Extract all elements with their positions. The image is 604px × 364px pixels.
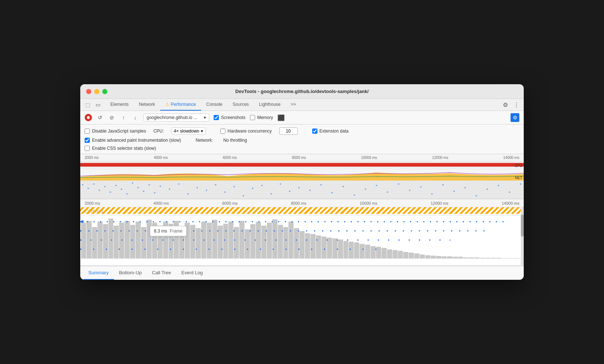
record-icon [87,116,90,119]
frame-bar [310,234,316,259]
svg-rect-47 [476,195,477,196]
cpu-usage-bar [80,163,524,167]
refresh-button[interactable]: ↺ [96,114,104,121]
bottom-tabs: Summary Bottom-Up Call Tree Event Log [80,266,524,280]
svg-rect-17 [169,189,170,190]
clear-button[interactable]: ⊘ [108,114,115,121]
device-icon[interactable]: ▭ [93,100,102,109]
svg-rect-9 [121,189,122,190]
tick-6000: 6000 ms [223,156,237,160]
net-chart [80,170,524,181]
frame-bar [463,257,468,259]
maximize-button[interactable] [102,89,107,94]
net-track: NET [80,170,524,181]
record-button[interactable] [85,114,92,121]
tab-performance[interactable]: ⚠ Performance [160,99,201,111]
main-tick-6000: 6000 ms [222,201,237,205]
enable-paint-checkbox-group[interactable]: Enable advanced paint instrumentation (s… [85,138,181,143]
download-button[interactable]: ↓ [132,114,139,121]
frame-tooltip: 8.3 ms Frame [150,226,187,236]
memory-icon[interactable]: ⬛ [277,114,285,121]
blue-dots-1 [80,221,509,222]
frame-bar [409,253,414,259]
cpu-dropdown[interactable]: 4× slowdown ▾ [171,127,206,135]
blue-settings-button[interactable]: ⚙ [511,113,519,122]
tab-network[interactable]: Network [134,99,160,111]
frame-bar [485,258,490,259]
frames-yellow-bar [80,207,524,214]
svg-rect-48 [487,189,488,190]
svg-rect-5 [99,190,100,191]
svg-rect-18 [178,183,179,185]
close-button[interactable] [86,89,91,94]
toolbar-right: ⚙ ⋮ [501,100,521,109]
frame-bar [365,245,370,259]
svg-rect-45 [453,191,454,192]
frame-bar [431,256,436,259]
blue-dots-2 [80,230,487,231]
tab-call-tree[interactable]: Call Tree [147,266,176,280]
main-tick-4000: 4000 ms [154,201,169,205]
svg-rect-2 [82,184,83,185]
url-selector[interactable]: googlechrome.github.io ... ▾ [143,114,209,122]
net-label: NET [515,176,522,180]
frame-bar [436,256,441,259]
svg-rect-7 [110,192,111,193]
overview-time-ruler: 2000 ms 4000 ms 6000 ms 8000 ms 10000 ms… [80,154,524,161]
frame-bar [507,258,512,259]
tab-console[interactable]: Console [201,99,228,111]
scrollbar-thumb[interactable] [521,215,524,237]
window-title: DevTools - googlechrome.github.io/devtoo… [235,89,369,94]
tab-elements[interactable]: Elements [105,99,134,111]
svg-rect-1 [80,181,524,199]
svg-rect-24 [233,186,235,187]
frame-bar [223,224,228,259]
frame-bar [414,253,419,259]
tab-lighthouse[interactable]: Lighthouse [254,99,286,111]
tick-8000: 8000 ms [292,156,306,160]
tick-14000: 14000 ms [503,156,519,160]
frame-bar [196,228,201,259]
hw-concurrency-checkbox-group[interactable]: Hardware concurrency [220,129,272,134]
frame-bar [393,250,398,259]
tab-more[interactable]: >> [286,99,301,111]
enable-css-checkbox[interactable] [85,146,90,151]
frame-bar [469,257,474,259]
memory-checkbox-group[interactable]: Memory [250,115,273,120]
frame-bar [294,228,299,259]
frame-bar [360,244,365,259]
hw-concurrency-checkbox[interactable] [220,129,225,134]
timeline-scrollbar[interactable] [521,207,524,265]
frame-bar [327,238,332,259]
tab-event-log[interactable]: Event Log [176,266,208,280]
enable-css-checkbox-group[interactable]: Enable CSS selector stats (slow) [85,146,156,151]
settings-icon[interactable]: ⚙ [501,100,510,109]
frame-bar [190,225,195,259]
more-icon[interactable]: ⋮ [512,100,521,109]
extension-data-checkbox[interactable] [312,129,317,134]
tab-bar: ⬚ ▭ Elements Network ⚠ Performance Conso… [80,99,524,111]
network-value: No throttling [223,138,247,143]
frame-bar [278,225,283,259]
tab-summary[interactable]: Summary [83,266,114,280]
memory-checkbox[interactable] [250,115,255,120]
inspect-icon[interactable]: ⬚ [83,100,92,109]
svg-rect-4 [93,183,94,185]
svg-rect-32 [309,190,310,191]
screenshots-checkbox-group[interactable]: Screenshots [214,115,246,120]
svg-rect-20 [197,187,198,188]
minimize-button[interactable] [94,89,99,94]
tab-bottom-up[interactable]: Bottom-Up [114,266,147,280]
frame-bar [502,258,507,259]
disable-js-checkbox-group[interactable]: Disable JavaScript samples [85,129,146,134]
svg-rect-21 [206,190,207,191]
screenshots-checkbox[interactable] [214,115,219,120]
disable-js-checkbox[interactable] [85,129,90,134]
frame-bar [491,258,496,259]
extension-data-checkbox-group[interactable]: Extension data [312,129,349,134]
frame-bar [480,258,485,259]
upload-button[interactable]: ↑ [120,114,127,121]
enable-paint-checkbox[interactable] [85,138,90,143]
tab-sources[interactable]: Sources [228,99,254,111]
hw-concurrency-input[interactable] [279,127,298,135]
